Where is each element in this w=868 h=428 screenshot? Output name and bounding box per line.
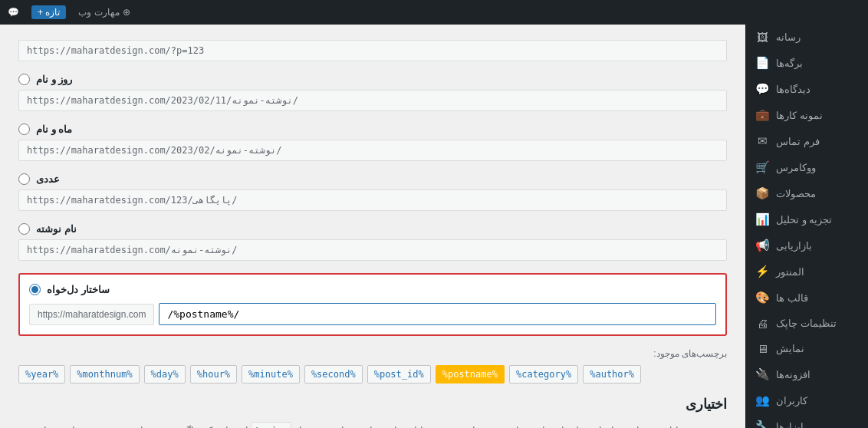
sidebar-label-woocommerce: ووکامرس bbox=[776, 162, 816, 173]
optional-text: درصورت تمایل می‌توانید ساختاری دلخواه بر… bbox=[18, 422, 727, 428]
sidebar-item-products[interactable]: محصولات 📦 bbox=[745, 180, 868, 206]
option-day-name: روز و نام https://maharatdesign.com/2023… bbox=[18, 74, 727, 111]
sidebar-item-mentor[interactable]: المنتور ⚡ bbox=[745, 258, 868, 285]
custom-radio[interactable] bbox=[29, 284, 41, 295]
sidebar-icon-templates: 🎨 bbox=[755, 291, 770, 305]
tags-label: برچسب‌های موجود: bbox=[18, 348, 727, 359]
sidebar-item-contact[interactable]: فرم تماس ✉ bbox=[745, 128, 868, 154]
sidebar-icon-pages: 📄 bbox=[755, 56, 770, 70]
sidebar-icon-users: 👥 bbox=[755, 393, 770, 407]
sidebar-icon-woocommerce: 🛒 bbox=[755, 160, 770, 174]
sidebar-label-pages: برگه‌ها bbox=[776, 58, 803, 69]
option-text-post-name: نام نوشته bbox=[36, 223, 77, 235]
tag-second[interactable]: %second% bbox=[304, 365, 363, 384]
main-content: https://maharatdesign.com/?p=123 روز و ن… bbox=[0, 25, 745, 428]
sidebar-item-tools[interactable]: ابزارها 🔧 bbox=[745, 413, 868, 428]
option-text-day-name: روز و نام bbox=[36, 74, 72, 85]
option-label-post-name: نام نوشته bbox=[18, 223, 727, 235]
sidebar-icon-media: 🖼 bbox=[755, 31, 770, 44]
sidebar-label-products: محصولات bbox=[776, 188, 816, 199]
optional-section: اختیاری درصورت تمایل می‌توانید ساختاری د… bbox=[18, 396, 727, 428]
custom-label: ساختار دل‌خواه bbox=[29, 284, 716, 295]
sidebar-label-display: نمایش bbox=[776, 343, 804, 354]
custom-section: ساختار دل‌خواه https://maharatdesign.com bbox=[18, 273, 727, 336]
plain-option: https://maharatdesign.com/?p=123 bbox=[18, 40, 727, 61]
sidebar-label-tools: ابزارها bbox=[776, 421, 804, 429]
url-base: https://maharatdesign.com bbox=[29, 304, 154, 325]
sidebar-label-marketing: بازاریابی bbox=[776, 240, 812, 252]
new-button[interactable]: تازه + bbox=[31, 5, 66, 19]
custom-structure-input[interactable] bbox=[159, 303, 716, 325]
sidebar-item-plugins[interactable]: افزونه‌ها 🔌 bbox=[745, 361, 868, 387]
sidebar-label-print: تنظیمات چاپک bbox=[776, 318, 837, 329]
option-numeric: عددی https://maharatdesign.com/123/پایگا… bbox=[18, 173, 727, 211]
sidebar-icon-marketing: 📢 bbox=[755, 239, 770, 252]
sidebar: رسانه 🖼 برگه‌ها 📄 دیدگاه‌ها 💬 نمونه کاره… bbox=[745, 25, 868, 428]
sidebar-item-media[interactable]: رسانه 🖼 bbox=[745, 25, 868, 50]
tag-category[interactable]: %category% bbox=[509, 365, 578, 384]
tag-year[interactable]: %year% bbox=[18, 365, 65, 384]
comments-icon[interactable]: 💬 bbox=[8, 7, 19, 18]
tag-post_id[interactable]: %post_id% bbox=[367, 365, 431, 384]
option-label-day-name: روز و نام bbox=[18, 74, 727, 85]
tag-minute[interactable]: %minute% bbox=[242, 365, 300, 384]
option-text-month-name: ماه و نام bbox=[36, 123, 72, 135]
sidebar-item-display[interactable]: نمایش 🖥 bbox=[745, 336, 868, 361]
sidebar-item-portfolio[interactable]: نمونه کارها 💼 bbox=[745, 102, 868, 128]
custom-label-text: ساختار دل‌خواه bbox=[47, 284, 110, 295]
sidebar-icon-views: 💬 bbox=[755, 82, 770, 96]
sidebar-label-analytics: تجزیه و تحلیل bbox=[776, 214, 832, 226]
sidebar-icon-display: 🖥 bbox=[755, 342, 770, 355]
sidebar-item-users[interactable]: کاربران 👥 bbox=[745, 387, 868, 413]
admin-bar-site[interactable]: ⊕ مهارت وب bbox=[78, 7, 130, 18]
option-month-name: ماه و نام https://maharatdesign.com/2023… bbox=[18, 123, 727, 161]
sidebar-item-print[interactable]: تنظیمات چاپک 🖨 bbox=[745, 311, 868, 336]
sidebar-label-plugins: افزونه‌ها bbox=[776, 369, 810, 380]
sidebar-icon-plugins: 🔌 bbox=[755, 367, 770, 381]
tags-container: %author%%category%%postname%%post_id%%se… bbox=[18, 365, 727, 384]
tag-day[interactable]: %day% bbox=[144, 365, 186, 384]
option-radio-month-name[interactable] bbox=[18, 123, 30, 135]
sidebar-item-marketing[interactable]: بازاریابی 📢 bbox=[745, 232, 868, 258]
sidebar-icon-portfolio: 💼 bbox=[755, 108, 770, 122]
sidebar-label-users: کاربران bbox=[776, 395, 807, 407]
sidebar-item-pages[interactable]: برگه‌ها 📄 bbox=[745, 50, 868, 76]
option-radio-numeric[interactable] bbox=[18, 173, 30, 185]
sidebar-label-templates: قالب ها bbox=[776, 292, 808, 304]
tag-postname[interactable]: %postname% bbox=[436, 365, 505, 384]
option-post-name: نام نوشته https://maharatdesign.com/نوشت… bbox=[18, 223, 727, 261]
admin-bar: ⊕ مهارت وب تازه + 💬 bbox=[0, 0, 868, 25]
sidebar-icon-analytics: 📊 bbox=[755, 212, 770, 226]
option-url-numeric: https://maharatdesign.com/123/پایگاهی/ bbox=[18, 189, 727, 211]
sidebar-label-portfolio: نمونه کارها bbox=[776, 110, 823, 121]
topics-keyword: topics bbox=[251, 422, 291, 428]
tag-monthnum[interactable]: %monthnum% bbox=[70, 365, 139, 384]
custom-input-row: https://maharatdesign.com bbox=[29, 303, 716, 325]
option-radio-post-name[interactable] bbox=[18, 223, 30, 235]
option-label-numeric: عددی bbox=[18, 173, 727, 185]
sidebar-icon-tools: 🔧 bbox=[755, 420, 770, 428]
sidebar-icon-products: 📦 bbox=[755, 186, 770, 200]
option-url-day-name: https://maharatdesign.com/2023/02/11/نوش… bbox=[18, 90, 727, 111]
sidebar-icon-contact: ✉ bbox=[755, 134, 770, 148]
sidebar-item-analytics[interactable]: تجزیه و تحلیل 📊 bbox=[745, 206, 868, 232]
option-radio-day-name[interactable] bbox=[18, 74, 30, 85]
sidebar-label-contact: فرم تماس bbox=[776, 136, 820, 147]
sidebar-item-woocommerce[interactable]: ووکامرس 🛒 bbox=[745, 154, 868, 180]
option-url-month-name: https://maharatdesign.com/2023/02/نوشته-… bbox=[18, 140, 727, 161]
sidebar-label-views: دیدگاه‌ها bbox=[776, 84, 810, 95]
sidebar-item-templates[interactable]: قالب ها 🎨 bbox=[745, 285, 868, 311]
sidebar-item-views[interactable]: دیدگاه‌ها 💬 bbox=[745, 76, 868, 102]
option-label-month-name: ماه و نام bbox=[18, 123, 727, 135]
sidebar-icon-mentor: ⚡ bbox=[755, 265, 770, 278]
plain-url: https://maharatdesign.com/?p=123 bbox=[18, 40, 727, 61]
tag-hour[interactable]: %hour% bbox=[190, 365, 237, 384]
wordpress-icon: ⊕ bbox=[123, 7, 130, 18]
sidebar-icon-print: 🖨 bbox=[755, 317, 770, 330]
sidebar-label-mentor: المنتور bbox=[776, 266, 804, 278]
tag-author[interactable]: %author% bbox=[583, 365, 641, 384]
sidebar-label-media: رسانه bbox=[776, 31, 801, 43]
optional-title: اختیاری bbox=[18, 396, 727, 413]
option-url-post-name: https://maharatdesign.com/نوشته-نمونه/ bbox=[18, 239, 727, 261]
option-text-numeric: عددی bbox=[36, 173, 60, 185]
